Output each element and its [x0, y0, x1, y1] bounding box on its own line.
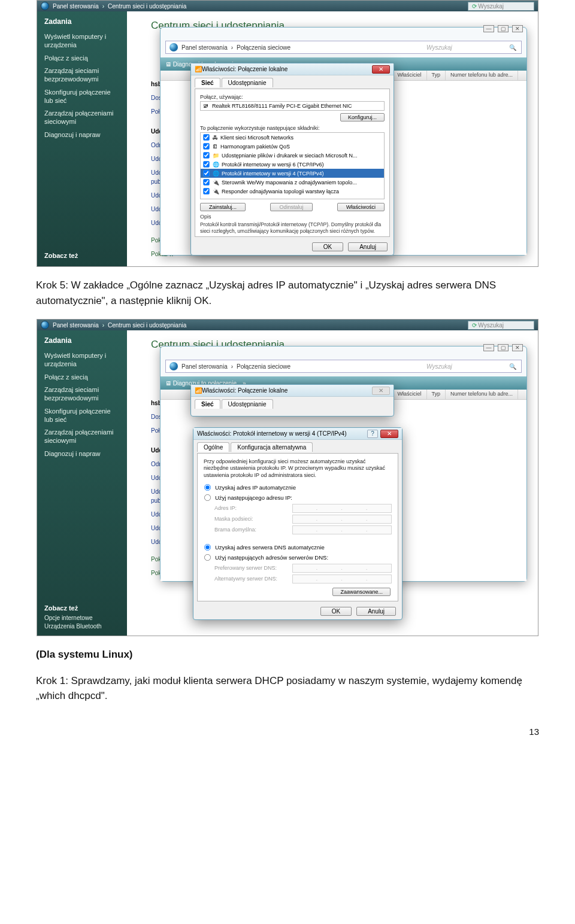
description-box: Opis Protokół kontroli transmisji/Protok… [200, 214, 385, 235]
install-button[interactable]: Zainstaluj... [200, 203, 246, 211]
sidebar-item[interactable]: Diagnozuj i napraw [44, 448, 120, 461]
maximize-button[interactable]: ▢ [498, 344, 509, 351]
sidebar-item[interactable]: Zarządzaj połączeniami sieciowymi [44, 107, 120, 129]
search-icon[interactable]: 🔍 [509, 44, 518, 51]
component-item[interactable]: Harmonogram pakietów QoS [220, 144, 290, 150]
sidebar-item[interactable]: Zarządzaj sieciami bezprzewodowymi [44, 384, 120, 405]
cancel-button[interactable]: Anuluj [356, 607, 396, 616]
breadcrumb-item[interactable]: Połączenia sieciowe [237, 363, 290, 370]
sidebar-item[interactable]: Diagnozuj i napraw [44, 129, 120, 142]
search-icon[interactable]: 🔍 [509, 363, 518, 370]
component-checkbox[interactable] [203, 179, 209, 185]
column-header[interactable]: Numer telefonu lub adre... [446, 390, 518, 399]
search-input[interactable]: ⟳ Wyszukaj [468, 2, 534, 11]
step-5-text: Krok 5: W zakładce „Ogólne zaznacz „Uzys… [36, 278, 539, 308]
component-checkbox[interactable] [203, 161, 209, 167]
column-header[interactable]: Typ [427, 71, 446, 80]
close-button[interactable]: ✕ [512, 344, 523, 351]
adapter-field: 🖳 Realtek RTL8168/8111 Family PCI-E Giga… [200, 101, 385, 111]
column-header[interactable]: Typ [427, 390, 446, 399]
ok-button[interactable]: OK [312, 242, 343, 251]
radio-manual-ip[interactable] [204, 494, 211, 501]
component-checkbox[interactable] [203, 134, 209, 140]
sidebar-item[interactable]: Skonfiguruj połączenie lub sieć [44, 86, 120, 108]
tab-sharing[interactable]: Udostępnianie [222, 78, 273, 87]
breadcrumb-item[interactable]: Panel sterowania [53, 322, 99, 329]
ipv4-properties-dialog: Właściwości: Protokół internetowy w wers… [193, 427, 402, 620]
maximize-button[interactable]: ▢ [498, 25, 509, 32]
breadcrumb-item[interactable]: Centrum sieci i udostępniania [108, 322, 186, 329]
close-button[interactable]: ✕ [372, 65, 390, 74]
search-input[interactable]: Wyszukaj [426, 363, 498, 370]
close-button[interactable]: ✕ [372, 387, 390, 395]
component-checkbox[interactable] [203, 170, 209, 176]
adapter-name: Realtek RTL8168/8111 Family PCI-E Gigabi… [212, 103, 352, 109]
sidebar-item[interactable]: Zarządzaj połączeniami sieciowymi [44, 426, 120, 448]
sidebar-item[interactable]: Zarządzaj sieciami bezprzewodowymi [44, 65, 120, 86]
component-item-selected[interactable]: Protokół internetowy w wersji 4 (TCP/IPv… [222, 171, 324, 177]
see-also-item[interactable]: Urządzenia Bluetooth [44, 623, 102, 630]
component-icon: 🔌 [213, 189, 219, 194]
cancel-button[interactable]: Anuluj [348, 242, 388, 251]
outer-address-bar: Panel sterowania › Centrum sieci i udost… [37, 1, 538, 11]
radio-label: Użyj następujących adresów serwerów DNS: [215, 554, 328, 561]
window-controls: — ▢ ✕ [483, 344, 523, 351]
radio-auto-ip[interactable] [204, 484, 211, 491]
see-also-header: Zobacz też [44, 604, 78, 612]
linux-header: (Dla systemu Linux) [36, 647, 539, 662]
breadcrumb-item[interactable]: Centrum sieci i udostępniania [108, 3, 186, 10]
pref-dns-input: ... [292, 564, 392, 573]
close-button[interactable]: ✕ [512, 25, 523, 32]
radio-label: Uzyskaj adres serwera DNS automatycznie [215, 544, 325, 551]
component-checkbox[interactable] [203, 188, 209, 194]
component-checkbox[interactable] [203, 152, 209, 158]
breadcrumb-item[interactable]: Panel sterowania [53, 3, 99, 10]
dialog-body: Przy odpowiedniej konfiguracji sieci moż… [197, 453, 398, 601]
breadcrumb-item[interactable]: Panel sterowania [181, 44, 228, 51]
minimize-button[interactable]: — [483, 25, 494, 32]
radio-manual-dns[interactable] [204, 554, 211, 561]
configure-button[interactable]: Konfiguruj... [340, 113, 385, 121]
sidebar-item[interactable]: Skonfiguruj połączenie lub sieć [44, 405, 120, 427]
nav-back-icon[interactable] [170, 362, 178, 370]
column-header[interactable]: Właściciel [393, 71, 427, 80]
column-header[interactable]: Numer telefonu lub adre... [446, 71, 518, 80]
breadcrumb-item[interactable]: Panel sterowania [181, 363, 228, 370]
component-item[interactable]: Klient sieci Microsoft Networks [220, 135, 293, 141]
component-checkbox[interactable] [203, 143, 209, 149]
close-button[interactable]: ✕ [380, 430, 398, 438]
component-icon: 🔌 [213, 180, 219, 186]
see-also-item[interactable]: Opcje internetowe [44, 615, 93, 621]
tab-general[interactable]: Ogólne [197, 442, 229, 452]
properties-button[interactable]: Właściwości [337, 203, 385, 211]
radio-auto-dns[interactable] [204, 544, 211, 551]
tab-network[interactable]: Sieć [195, 78, 220, 87]
component-icon: 🗓 [213, 144, 218, 150]
sidebar-item[interactable]: Wyświetl komputery i urządzenia [44, 349, 120, 371]
nav-back-icon[interactable] [170, 43, 178, 51]
sidebar-item[interactable]: Połącz z siecią [44, 52, 120, 65]
component-item[interactable]: Udostępnianie plików i drukarek w siecia… [222, 153, 358, 159]
dialog-body: Połącz, używając: 🖳 Realtek RTL8168/8111… [195, 89, 390, 237]
component-item[interactable]: Protokół internetowy w wersji 6 (TCP/IPv… [222, 162, 324, 168]
advanced-button[interactable]: Zaawansowane... [332, 588, 391, 596]
tab-alt-config[interactable]: Konfiguracja alternatywna [231, 442, 313, 452]
ok-button[interactable]: OK [320, 607, 352, 616]
pref-dns-label: Preferowany serwer DNS: [214, 565, 292, 571]
dialog-titlebar: 📶 Właściwości: Połączenie lokalne ✕ [191, 63, 394, 75]
sidebar-item[interactable]: Połącz z siecią [44, 371, 120, 384]
diagnose-icon: 🖥 [165, 61, 171, 68]
search-input[interactable]: Wyszukaj [426, 44, 498, 51]
tab-sharing[interactable]: Udostępnianie [222, 399, 273, 409]
connection-properties-dialog-behind: 📶 Właściwości: Połączenie lokalne ✕ Sieć… [190, 384, 394, 417]
component-item[interactable]: Sterownik We/Wy mapowania z odnajdywanie… [222, 180, 357, 186]
search-input[interactable]: ⟳ Wyszukaj [468, 321, 534, 330]
tab-network[interactable]: Sieć [195, 399, 220, 409]
sidebar-item[interactable]: Wyświetl komputery i urządzenia [44, 31, 120, 52]
components-listbox[interactable]: 🖧Klient sieci Microsoft Networks 🗓Harmon… [200, 132, 385, 199]
breadcrumb-item[interactable]: Połączenia sieciowe [237, 44, 290, 51]
help-button[interactable]: ? [367, 430, 378, 438]
minimize-button[interactable]: — [483, 344, 494, 351]
column-header[interactable]: Właściciel [393, 390, 427, 399]
component-item[interactable]: Responder odnajdywania topologii warstwy… [222, 189, 339, 194]
